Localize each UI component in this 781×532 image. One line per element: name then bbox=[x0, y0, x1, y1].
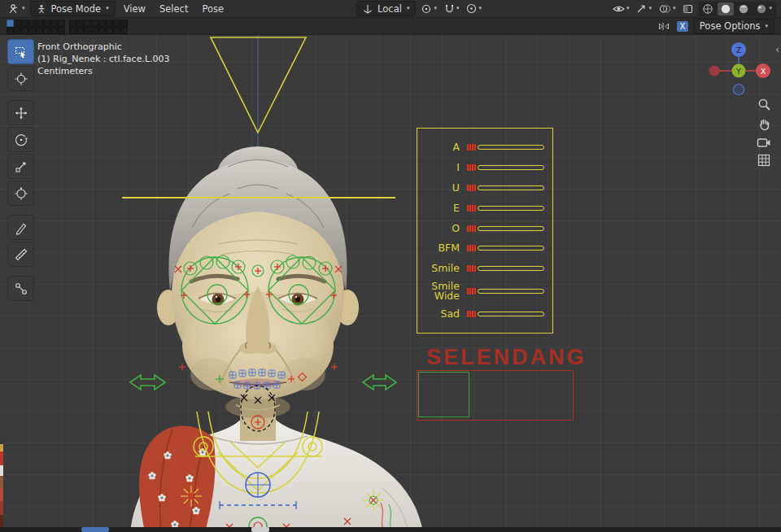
slider-track[interactable] bbox=[478, 145, 544, 150]
expression-row[interactable]: E bbox=[417, 198, 552, 218]
tool-annotate[interactable] bbox=[7, 215, 34, 240]
armature-layer-toggle[interactable] bbox=[106, 27, 113, 34]
armature-layer-toggle[interactable] bbox=[36, 27, 43, 34]
slider-knob[interactable] bbox=[467, 164, 476, 171]
selendang-title[interactable]: SELENDANG bbox=[426, 345, 587, 370]
pose-options-dropdown[interactable]: Pose Options ▾ bbox=[693, 19, 774, 34]
pivot-point-button[interactable]: ▾ bbox=[418, 2, 439, 15]
armature-layer-toggle[interactable] bbox=[69, 27, 76, 34]
zoom-icon[interactable] bbox=[757, 98, 771, 111]
expression-slider[interactable] bbox=[467, 245, 544, 251]
slider-track[interactable] bbox=[478, 185, 544, 190]
armature-layer-toggle[interactable] bbox=[43, 20, 50, 27]
slider-knob[interactable] bbox=[467, 205, 476, 211]
expression-label[interactable]: Smile bbox=[417, 264, 467, 273]
armature-layer-toggle[interactable] bbox=[120, 20, 128, 27]
expression-row[interactable]: Smile bbox=[417, 259, 552, 278]
tool-scale[interactable] bbox=[7, 154, 34, 179]
expression-label[interactable]: O bbox=[417, 224, 467, 233]
tool-measure[interactable] bbox=[7, 242, 34, 267]
slider-knob[interactable] bbox=[467, 288, 476, 294]
menu-pose[interactable]: Pose bbox=[196, 2, 229, 16]
tool-rotate[interactable] bbox=[7, 127, 34, 152]
object-visibility-button[interactable]: ▾ bbox=[610, 3, 632, 15]
expression-panel[interactable]: A I U E O BFM bbox=[417, 128, 553, 334]
slider-track[interactable] bbox=[478, 165, 544, 170]
gizmo-axis-neg-x[interactable] bbox=[709, 66, 720, 76]
slider-knob[interactable] bbox=[467, 225, 476, 232]
armature-layer-toggle[interactable] bbox=[14, 27, 21, 34]
slider-track[interactable] bbox=[478, 226, 544, 231]
scene-canvas[interactable] bbox=[0, 34, 781, 532]
slider-knob[interactable] bbox=[467, 144, 476, 150]
armature-layer-toggle[interactable] bbox=[21, 20, 28, 27]
expression-label[interactable]: Smile Wide bbox=[417, 281, 467, 301]
expression-slider[interactable] bbox=[467, 144, 544, 150]
armature-layer-toggle[interactable] bbox=[113, 27, 120, 34]
slider-track[interactable] bbox=[478, 206, 544, 211]
armature-layer-toggle[interactable] bbox=[91, 27, 98, 34]
armature-layer-toggle[interactable] bbox=[113, 20, 120, 27]
expression-row[interactable]: BFM bbox=[417, 238, 552, 258]
sidebar-collapse-arrow[interactable]: ‹ bbox=[775, 44, 779, 55]
expression-label[interactable]: BFM bbox=[417, 243, 467, 253]
expression-label[interactable]: E bbox=[417, 203, 467, 213]
expression-slider[interactable] bbox=[467, 288, 544, 294]
xray-toggle[interactable] bbox=[680, 3, 696, 15]
tool-move[interactable] bbox=[7, 100, 34, 125]
armature-layer-toggle[interactable] bbox=[50, 20, 58, 27]
expression-slider[interactable] bbox=[467, 265, 544, 272]
expression-row[interactable]: Smile Wide bbox=[417, 279, 552, 303]
armature-layers-block-2[interactable] bbox=[69, 20, 127, 33]
mode-select[interactable]: Pose Mode ▾ bbox=[30, 1, 116, 16]
timeline-marker[interactable] bbox=[251, 527, 269, 532]
slider-knob[interactable] bbox=[467, 265, 476, 272]
proportional-edit-button[interactable]: ▾ bbox=[464, 2, 484, 15]
armature-layer-toggle[interactable] bbox=[84, 20, 91, 27]
expression-label[interactable]: Sad bbox=[417, 309, 467, 319]
armature-layer-toggle[interactable] bbox=[58, 20, 65, 27]
armature-layer-toggle[interactable] bbox=[120, 27, 128, 34]
expression-label[interactable]: A bbox=[417, 142, 467, 152]
expression-slider[interactable] bbox=[467, 164, 544, 171]
armature-layer-toggle[interactable] bbox=[69, 20, 76, 27]
armature-layer-toggle[interactable] bbox=[50, 27, 58, 34]
slider-knob[interactable] bbox=[467, 185, 476, 191]
armature-layer-toggle[interactable] bbox=[76, 27, 84, 34]
transform-orientation-select[interactable]: Local ▾ bbox=[356, 1, 416, 16]
armature-layer-toggle[interactable] bbox=[98, 20, 106, 27]
snap-button[interactable]: ▾ bbox=[442, 2, 462, 15]
menu-select[interactable]: Select bbox=[154, 2, 194, 16]
viewport-3d[interactable]: Front Orthographic (1) Rig_Nenek : ctl.f… bbox=[0, 34, 781, 532]
selendang-inner-box[interactable] bbox=[418, 372, 469, 417]
expression-row[interactable]: Sad bbox=[417, 304, 552, 324]
expression-label[interactable]: U bbox=[417, 183, 467, 193]
slider-track[interactable] bbox=[478, 312, 544, 316]
mirror-x-toggle[interactable]: X bbox=[677, 21, 688, 32]
menu-view[interactable]: View bbox=[118, 2, 151, 16]
tool-select-box[interactable] bbox=[7, 39, 34, 64]
expression-slider[interactable] bbox=[467, 225, 544, 232]
armature-layer-toggle[interactable] bbox=[84, 27, 91, 34]
armature-layer-toggle[interactable] bbox=[76, 20, 84, 27]
timeline-strip[interactable] bbox=[0, 527, 781, 532]
navigation-gizmo[interactable]: Z X Y bbox=[703, 37, 776, 101]
pose-mirror-icon[interactable] bbox=[656, 21, 672, 32]
camera-view-icon[interactable] bbox=[757, 137, 771, 148]
gizmos-button[interactable]: ▾ bbox=[634, 2, 654, 15]
slider-track[interactable] bbox=[478, 266, 544, 271]
armature-layer-toggle[interactable] bbox=[7, 20, 14, 27]
slider-track[interactable] bbox=[478, 289, 544, 294]
tool-cursor[interactable] bbox=[7, 66, 34, 91]
gizmo-axis-neg-z[interactable] bbox=[734, 85, 744, 95]
character-model[interactable] bbox=[130, 146, 423, 532]
pan-hand-icon[interactable] bbox=[757, 117, 771, 131]
slider-knob[interactable] bbox=[467, 245, 476, 251]
slider-knob[interactable] bbox=[467, 311, 476, 317]
armature-layer-toggle[interactable] bbox=[36, 20, 43, 27]
tool-pose-breakdowner[interactable] bbox=[7, 276, 34, 301]
expression-slider[interactable] bbox=[467, 185, 544, 191]
armature-layers-block-1[interactable] bbox=[7, 20, 64, 33]
slider-track[interactable] bbox=[478, 246, 544, 251]
armature-layer-toggle[interactable] bbox=[91, 20, 98, 27]
